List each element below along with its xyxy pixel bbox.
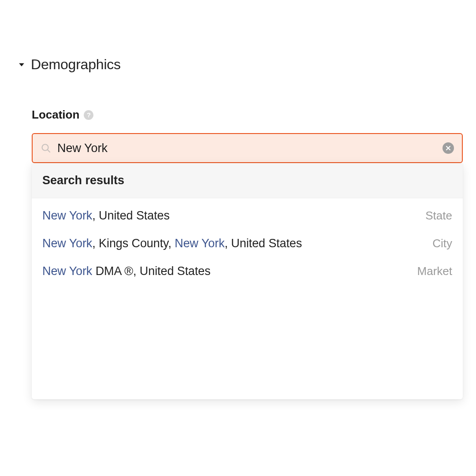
dropdown-header-text: Search results xyxy=(42,174,124,187)
results-list: New York, United StatesStateNew York, Ki… xyxy=(32,198,463,289)
section-title: Demographics xyxy=(31,56,121,73)
result-name: New York, United States xyxy=(42,209,170,223)
result-type: State xyxy=(425,209,452,223)
result-name: New York DMA ®, United States xyxy=(42,264,211,278)
result-name: New York, Kings County, New York, United… xyxy=(42,237,302,250)
result-row[interactable]: New York DMA ®, United StatesMarket xyxy=(32,257,463,285)
location-search-input[interactable] xyxy=(56,141,438,156)
search-input-container[interactable] xyxy=(32,133,463,163)
result-type: Market xyxy=(417,264,452,278)
section-toggle-demographics[interactable]: Demographics xyxy=(18,56,462,73)
search-results-dropdown: Search results New York, United StatesSt… xyxy=(32,163,463,399)
field-label-row: Location ? xyxy=(32,108,462,122)
dropdown-header: Search results xyxy=(32,163,463,198)
search-icon xyxy=(41,143,51,153)
help-icon[interactable]: ? xyxy=(84,110,93,120)
field-label-location: Location xyxy=(32,108,79,122)
result-type: City xyxy=(432,237,452,250)
svg-line-1 xyxy=(48,150,50,152)
result-row[interactable]: New York, United StatesState xyxy=(32,202,463,230)
caret-down-icon xyxy=(18,61,26,69)
result-row[interactable]: New York, Kings County, New York, United… xyxy=(32,230,463,257)
location-search: Search results New York, United StatesSt… xyxy=(32,133,463,163)
clear-input-button[interactable] xyxy=(443,142,454,154)
